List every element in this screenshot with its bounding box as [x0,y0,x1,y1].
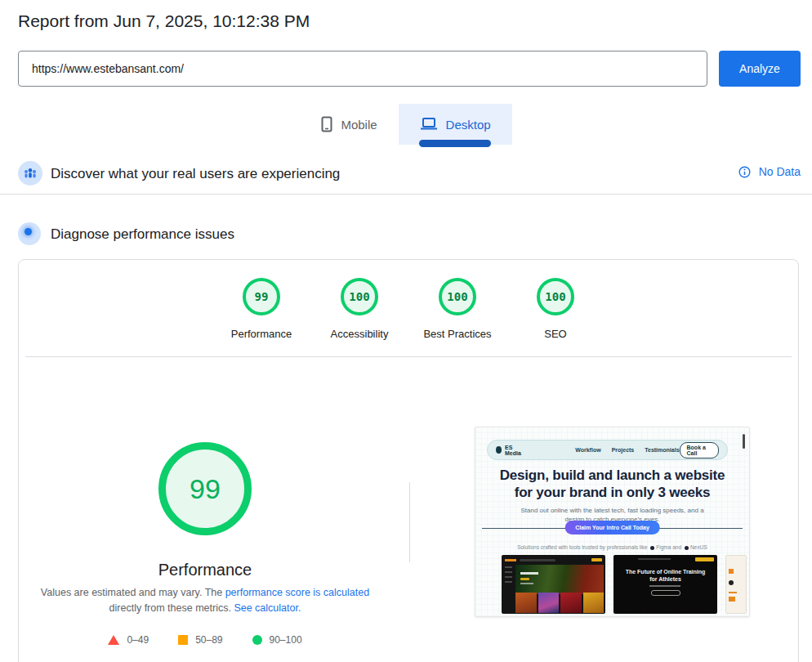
legend-fail-range: 0–49 [127,634,149,646]
score-seo-label: SEO [544,328,566,340]
thumbnail-navbar: ES Media Workflow Projects Testimonials … [487,440,728,460]
no-data-label: No Data [759,165,801,178]
score-legend: 0–49 50–89 90–100 [19,634,391,646]
field-data-section: Discover what your real users are experi… [0,154,812,195]
performance-gauge-label: Performance [19,561,391,579]
report-card: 99 Performance 100 Accessibility 100 Bes… [18,259,799,662]
tools-and-text: and [672,544,681,550]
athletes-outline-button [651,590,680,596]
legend-pass-range: 90–100 [270,634,302,646]
thumbnail-tools-text: Solutions crafted with tools trusted by … [475,544,749,550]
thumbnail-brand-label: ES Media [505,445,524,456]
info-icon [738,166,751,178]
see-calculator-link[interactable]: See calculator. [234,602,301,614]
tab-mobile[interactable]: Mobile [300,104,398,145]
portfolio-card-streaming [502,555,605,614]
diagnose-icon [18,222,41,245]
no-data-link[interactable]: No Data [738,165,801,178]
score-best-practices[interactable]: 100 Best Practices [408,278,506,340]
fail-triangle-icon [108,635,119,645]
page-title: Report from Jun 7, 2025, 10:12:38 PM [18,11,310,31]
score-disclaimer: Values are estimated and may vary. The p… [33,585,377,616]
athletes-yellow-button [695,557,714,561]
performance-gauge-value: 99 [190,473,221,505]
vertical-divider [409,482,410,562]
score-accessibility[interactable]: 100 Accessibility [310,278,408,340]
legend-average-range: 50–89 [195,634,222,646]
field-data-title: Discover what your real users are experi… [51,166,340,182]
streaming-hero-image [515,565,604,594]
tools-figma-label: Figma [656,544,671,550]
thumbnail-book-call-button: Book a Call [680,442,719,458]
score-seo[interactable]: 100 SEO [506,278,605,340]
score-best-practices-value: 100 [439,278,476,315]
lab-data-title: Diagnose performance issues [51,226,234,243]
score-performance-value: 99 [243,278,280,315]
pass-circle-icon [252,635,262,645]
mobile-icon [321,116,332,132]
legend-average: 50–89 [178,634,222,646]
device-tabs: Mobile Desktop [0,104,812,145]
thumbnail-cta-button: Claim Your Intro Call Today [564,521,660,535]
performance-gauge: 99 [158,442,252,535]
analyze-button[interactable]: Analyze [719,51,801,87]
athletes-card-title: The Future of Online Training for Athlet… [625,569,706,583]
score-accessibility-label: Accessibility [331,328,389,340]
thumbnail-nav-links: Workflow Projects Testimonials [575,447,679,453]
streaming-thumbnails [515,593,604,613]
calc-explainer-link[interactable]: performance score is calculated [225,587,369,598]
lab-data-section: Diagnose performance issues [0,214,812,255]
legend-fail: 0–49 [108,634,149,646]
portfolio-card-partial [725,555,747,614]
thumbnail-scrollbar [743,434,745,449]
thumbnail-link-workflow: Workflow [575,447,600,453]
active-tab-indicator [419,140,491,147]
nextjs-logo-icon [685,546,689,550]
real-users-icon [18,161,42,186]
thumbnail-brand: ES Media [496,445,524,456]
disclaimer-text: Values are estimated and may vary. The [41,587,225,598]
disclaimer-text-2: directly from these metrics. [109,602,234,614]
pagespeed-report-page: Report from Jun 7, 2025, 10:12:38 PM Ana… [0,0,812,662]
average-square-icon [178,635,188,645]
score-performance[interactable]: 99 Performance [212,278,310,340]
desktop-icon [420,117,438,132]
thumbnail-headline: Design, build and launch a website for y… [490,467,734,501]
legend-pass: 90–100 [252,634,302,646]
thumbnail-link-projects: Projects [612,447,635,453]
score-performance-label: Performance [231,328,292,340]
thumbnail-portfolio-cards: The Future of Online Training for Athlet… [502,555,749,614]
score-best-practices-label: Best Practices [423,328,491,340]
portfolio-card-athletes: The Future of Online Training for Athlet… [613,555,717,614]
category-scores: 99 Performance 100 Accessibility 100 Bes… [19,278,798,340]
es-media-logo-icon [496,446,502,454]
thumbnail-link-testimonials: Testimonials [645,447,679,453]
tools-pre-text: Solutions crafted with tools trusted by … [517,544,647,550]
tab-mobile-label: Mobile [341,118,377,132]
final-screenshot-thumbnail[interactable]: ES Media Workflow Projects Testimonials … [475,427,750,617]
card-divider [25,356,792,357]
url-input[interactable] [18,51,707,87]
figma-logo-icon [650,546,654,550]
tools-nextjs-label: NextJS [690,544,707,550]
tab-desktop[interactable]: Desktop [399,104,512,145]
score-seo-value: 100 [537,278,574,315]
tab-desktop-label: Desktop [446,118,491,132]
score-accessibility-value: 100 [341,278,378,315]
